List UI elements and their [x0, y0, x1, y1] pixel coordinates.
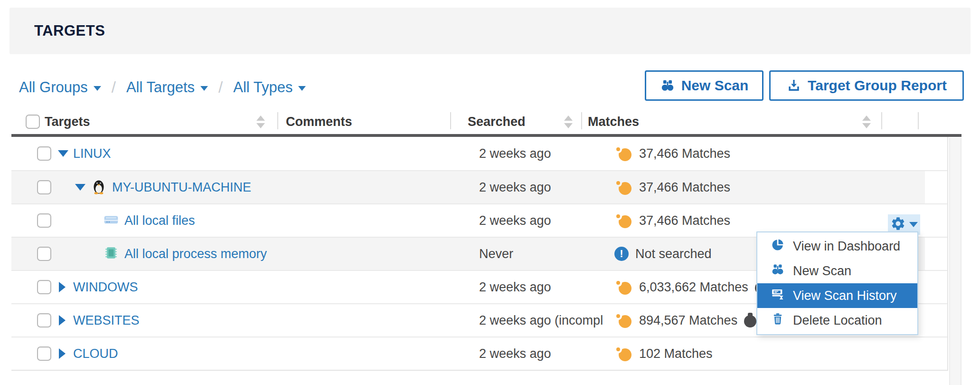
targets-table-header: Targets Comments Searched Matches [11, 109, 961, 137]
table-row-linux: LINUX 2 weeks ago 37,466 Matches [11, 137, 947, 170]
filter-all-targets-label: All Targets [126, 79, 195, 96]
matches-icon [614, 145, 632, 162]
header-divider [450, 112, 451, 129]
target-group-link[interactable]: CLOUD [73, 346, 118, 361]
chevron-down-icon [200, 86, 208, 91]
searched-cell: Never [479, 238, 613, 270]
binoculars-icon [660, 78, 675, 93]
menu-item-label: Delete Location [793, 313, 882, 328]
target-group-link[interactable]: WEBSITES [73, 313, 140, 328]
matches-icon [614, 179, 632, 195]
location-link[interactable]: All local process memory [124, 247, 267, 261]
menu-item-view-scan-history[interactable]: View Scan History [757, 283, 917, 308]
sort-icon-searched[interactable] [564, 109, 573, 134]
matches-cell: 37,466 Matches [614, 204, 730, 237]
matches-text: 37,466 Matches [639, 180, 730, 195]
collapse-caret-icon[interactable] [75, 184, 85, 191]
hard-drive-icon [103, 211, 120, 230]
scrollbar-track[interactable] [949, 138, 961, 385]
gear-icon [890, 216, 906, 233]
row-checkbox[interactable] [37, 280, 51, 294]
matches-cell: 37,466 Matches [614, 137, 730, 170]
select-all-checkbox[interactable] [26, 115, 40, 129]
row-checkbox[interactable] [37, 146, 51, 161]
risk-blob-icon [744, 313, 756, 328]
header-divider [918, 112, 919, 129]
target-group-link[interactable]: WINDOWS [73, 280, 138, 295]
matches-cell: 6,033,662 Matches [614, 271, 767, 303]
scan-history-icon [771, 287, 785, 305]
matches-cell: 37,466 Matches [614, 171, 730, 203]
tux-penguin-icon [90, 178, 107, 197]
chevron-down-icon [94, 86, 101, 91]
row-checkbox[interactable] [37, 313, 51, 327]
row-checkbox[interactable] [37, 213, 51, 228]
matches-text: 894,567 Matches [639, 313, 737, 328]
table-row-my-ubuntu-machine: MY-UBUNTU-MACHINE 2 weeks ago 37,466 Mat… [11, 170, 947, 203]
matches-cell: 894,567 Matches 9 [614, 304, 770, 337]
pie-chart-icon [771, 238, 785, 255]
filter-separator: / [218, 78, 223, 96]
filter-separator: / [112, 78, 116, 96]
searched-cell: 2 weeks ago [479, 137, 613, 170]
expand-caret-icon[interactable] [59, 348, 66, 359]
matches-icon [614, 312, 632, 328]
searched-cell: 2 weeks ago [479, 204, 613, 237]
expand-caret-icon[interactable] [59, 282, 66, 292]
header-divider [881, 112, 882, 129]
matches-cell: ! Not searched [614, 238, 712, 270]
collapse-caret-icon[interactable] [58, 150, 68, 157]
memory-chip-icon [103, 244, 120, 263]
menu-item-view-in-dashboard[interactable]: View in Dashboard [757, 234, 917, 259]
column-header-comments[interactable]: Comments [286, 109, 352, 134]
trash-icon [771, 312, 785, 329]
location-link[interactable]: All local files [124, 213, 195, 228]
binoculars-icon [771, 262, 785, 280]
header-divider [581, 112, 582, 129]
menu-item-label: View in Dashboard [793, 239, 900, 254]
row-actions-context-menu: View in Dashboard New Scan [756, 231, 918, 335]
matches-text: 37,466 Matches [639, 146, 730, 161]
page-title-bar: TARGETS [9, 8, 971, 54]
target-link[interactable]: MY-UBUNTU-MACHINE [112, 180, 251, 195]
searched-cell: 2 weeks ago [479, 171, 613, 203]
target-group-report-button-label: Target Group Report [808, 77, 947, 94]
targets-page: TARGETS All Groups / All Targets / All T… [0, 0, 980, 385]
target-group-report-button[interactable]: Target Group Report [769, 70, 964, 101]
row-checkbox[interactable] [37, 247, 51, 261]
searched-cell: 2 weeks ago [479, 271, 613, 303]
matches-icon [614, 279, 632, 295]
not-searched-icon: ! [614, 247, 629, 261]
target-group-link[interactable]: LINUX [73, 146, 111, 161]
matches-text: Not searched [635, 247, 712, 261]
column-header-searched[interactable]: Searched [468, 109, 526, 134]
searched-cell: 2 weeks ago (incompl [479, 304, 613, 337]
menu-item-delete-location[interactable]: Delete Location [757, 308, 917, 333]
caret-down-icon [909, 222, 918, 227]
menu-item-label: New Scan [793, 264, 851, 279]
matches-text: 6,033,662 Matches [639, 280, 748, 295]
filter-all-targets[interactable]: All Targets [126, 79, 208, 96]
table-row-cloud: CLOUD 2 weeks ago 102 Matches [11, 337, 947, 370]
menu-item-new-scan[interactable]: New Scan [757, 259, 917, 283]
report-download-icon [786, 78, 801, 93]
new-scan-button-label: New Scan [681, 77, 749, 94]
page-title: TARGETS [34, 22, 105, 39]
row-checkbox[interactable] [37, 180, 51, 194]
sort-icon-targets[interactable] [256, 109, 265, 134]
new-scan-button[interactable]: New Scan [645, 70, 763, 101]
header-divider [277, 112, 278, 129]
searched-cell: 2 weeks ago [479, 337, 613, 370]
filter-all-types[interactable]: All Types [233, 79, 306, 96]
matches-text: 102 Matches [639, 346, 713, 361]
row-checkbox[interactable] [37, 346, 51, 361]
expand-caret-icon[interactable] [59, 315, 66, 326]
menu-item-label: View Scan History [793, 289, 897, 303]
column-header-targets[interactable]: Targets [45, 109, 90, 134]
column-header-matches[interactable]: Matches [588, 109, 639, 134]
matches-cell: 102 Matches [614, 337, 713, 370]
matches-icon [614, 212, 632, 229]
sort-icon-matches[interactable] [862, 109, 871, 134]
filter-all-groups[interactable]: All Groups [19, 79, 101, 96]
matches-icon [614, 346, 632, 362]
